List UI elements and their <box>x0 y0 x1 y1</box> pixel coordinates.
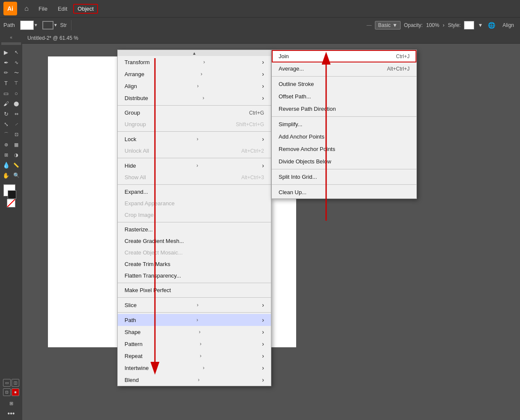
opacity-value[interactable]: 100% <box>426 22 440 28</box>
menu-rasterize[interactable]: Rasterize... <box>118 224 271 235</box>
top-menu-bar: Ai ⌂ File Edit Object <box>0 0 520 17</box>
path-menu-join[interactable]: JoinCtrl+J <box>272 50 416 62</box>
hand-tool[interactable]: ✋ <box>1 171 11 180</box>
path-menu-average[interactable]: Average...Alt+Ctrl+J <box>272 62 416 75</box>
pencil-tool[interactable]: ✏ <box>1 68 11 77</box>
eyedropper-tool[interactable]: 💧 <box>1 160 11 170</box>
rotate-tool[interactable]: ↻ <box>1 109 11 118</box>
menu-file[interactable]: File <box>34 4 52 14</box>
menu-ungroup[interactable]: UngroupShift+Ctrl+G <box>118 118 271 130</box>
measure-tool[interactable]: 📏 <box>12 160 21 170</box>
direct-select-tool[interactable]: ↖ <box>12 47 21 57</box>
menu-expand-appearance[interactable]: Expand Appearance <box>118 198 271 209</box>
divider-4 <box>118 184 271 185</box>
path-menu-simplify[interactable]: Simplify... <box>272 118 416 130</box>
gradient-tool[interactable]: ◑ <box>12 150 21 160</box>
stroke-swatch[interactable] <box>8 190 16 199</box>
style-box[interactable] <box>464 21 474 30</box>
menu-shape[interactable]: Shape› <box>118 326 271 338</box>
menu-transform[interactable]: Transform› <box>118 56 271 68</box>
fill-color-box[interactable] <box>20 21 34 30</box>
reflect-tool[interactable]: ⇔ <box>12 109 21 118</box>
curvature-tool[interactable]: ∿ <box>12 58 21 67</box>
align-button[interactable]: Align <box>500 21 517 29</box>
view-mode[interactable]: ■ <box>12 388 19 396</box>
menu-make-pixel-perfect[interactable]: Make Pixel Perfect <box>118 284 271 296</box>
rectangle-tool[interactable]: ▭ <box>1 89 11 98</box>
artboard-tool[interactable]: ⊞ <box>6 399 16 408</box>
fill-dropdown-arrow[interactable]: ▼ <box>34 23 38 27</box>
menu-align[interactable]: Align› <box>118 80 271 92</box>
smooth-tool[interactable]: 〜 <box>12 68 21 77</box>
column-graph-tool[interactable]: ▦ <box>12 140 21 149</box>
menu-flatten-transparency[interactable]: Flatten Transparency... <box>118 270 271 281</box>
mesh-tool[interactable]: ⊞ <box>1 150 11 160</box>
stroke-dropdown-arrow[interactable]: ▼ <box>53 23 58 27</box>
screen-mode[interactable]: ⊡ <box>3 388 11 396</box>
menu-pattern[interactable]: Pattern› <box>118 338 271 350</box>
menu-unlock-all[interactable]: Unlock AllAlt+Ctrl+2 <box>118 145 271 157</box>
menu-create-trim-marks[interactable]: Create Trim Marks <box>118 258 271 270</box>
stroke-color-box[interactable] <box>42 21 53 30</box>
menu-crop-image[interactable]: Crop Image <box>118 209 271 221</box>
free-transform-tool[interactable]: ⊡ <box>12 130 21 139</box>
type-tool[interactable]: T <box>1 78 11 88</box>
draw-mode-back[interactable]: ◫ <box>12 379 19 387</box>
menu-create-gradient-mesh[interactable]: Create Gradient Mesh... <box>118 235 271 247</box>
menu-show-all[interactable]: Show AllAlt+Ctrl+3 <box>118 172 271 183</box>
menu-path[interactable]: Path› <box>118 314 271 326</box>
globe-icon[interactable]: 🌐 <box>486 20 496 30</box>
paintbrush-tool[interactable]: 🖌 <box>1 99 11 108</box>
style-arrow[interactable]: ▼ <box>478 22 483 28</box>
menu-arrange[interactable]: Arrange› <box>118 68 271 80</box>
draw-mode-normal[interactable]: ▭ <box>3 379 11 387</box>
zoom-tool[interactable]: 🔍 <box>12 171 21 180</box>
menu-distribute[interactable]: Distribute› <box>118 92 271 104</box>
ellipse-tool[interactable]: ○ <box>12 89 21 98</box>
blob-brush-tool[interactable]: ⬤ <box>12 99 21 108</box>
path-menu-outline-stroke[interactable]: Outline Stroke <box>272 78 416 90</box>
document-tab[interactable]: Untitled-2* @ 61.45 % <box>22 33 520 44</box>
path-menu-clean-up[interactable]: Clean Up... <box>272 186 416 198</box>
path-menu-reverse-path-direction[interactable]: Reverse Path Direction <box>272 103 416 115</box>
eyedropper-tools-row: 💧 📏 <box>1 160 21 170</box>
more-tools-button[interactable]: ••• <box>8 410 15 417</box>
menu-slice[interactable]: Slice› <box>118 299 271 311</box>
path-menu-divide-objects-below[interactable]: Divide Objects Below <box>272 155 416 168</box>
collapse-arrow[interactable]: « <box>10 35 12 40</box>
warp-tool[interactable]: ⌒ <box>1 130 11 139</box>
menu-edit[interactable]: Edit <box>53 4 71 14</box>
pen-tool[interactable]: ✒ <box>1 58 11 67</box>
basic-dropdown[interactable]: Basic ▼ <box>375 21 400 30</box>
menu-blend[interactable]: Blend› <box>118 374 271 386</box>
main-area: « ▶ ↖ ✒ ∿ ✏ 〜 T ⊤ ▭ ○ 🖌 ⬤ ↻ ⇔ <box>0 33 520 420</box>
path-menu-offset-path[interactable]: Offset Path... <box>272 90 416 103</box>
home-icon[interactable]: ⌂ <box>21 3 33 15</box>
menu-object[interactable]: Object <box>73 4 98 14</box>
menu-repeat[interactable]: Repeat› <box>118 350 271 362</box>
selection-tool[interactable]: ▶ <box>1 47 11 57</box>
path-menu-add-anchor-points[interactable]: Add Anchor Points <box>272 130 416 143</box>
menu-intertwine[interactable]: Intertwine› <box>118 362 271 374</box>
menu-create-object-mosaic[interactable]: Create Object Mosaic... <box>118 247 271 258</box>
scale-tool[interactable]: ⤡ <box>1 119 11 129</box>
path-menu-remove-anchor-points[interactable]: Remove Anchor Points <box>272 143 416 155</box>
path-divider-4 <box>272 184 416 185</box>
menu-group[interactable]: GroupCtrl+G <box>118 107 271 118</box>
divider-2 <box>118 131 271 132</box>
symbol-sprayer-tool[interactable]: ⊛ <box>1 140 11 149</box>
basic-dropdown-arrow: ▼ <box>392 22 398 28</box>
path-menu-split-into-grid[interactable]: Split Into Grid... <box>272 171 416 183</box>
stroke-width-input[interactable]: Str <box>60 22 67 28</box>
vertical-type-tool[interactable]: ⊤ <box>12 78 21 88</box>
menu-expand[interactable]: Expand... <box>118 186 271 198</box>
second-toolbar: Path ▼ ▼ Str — Basic ▼ Opacity: 100% › S… <box>0 17 520 33</box>
menu-lock[interactable]: Lock› <box>118 133 271 145</box>
menu-scroll-up[interactable]: ▲ <box>118 50 271 56</box>
style-label: Style: <box>448 22 461 28</box>
opacity-arrow[interactable]: › <box>443 22 444 28</box>
shear-tool[interactable]: ⟋ <box>12 119 21 129</box>
menu-hide[interactable]: Hide› <box>118 160 271 172</box>
none-swatch[interactable] <box>7 199 15 207</box>
separator-1 <box>71 20 71 30</box>
